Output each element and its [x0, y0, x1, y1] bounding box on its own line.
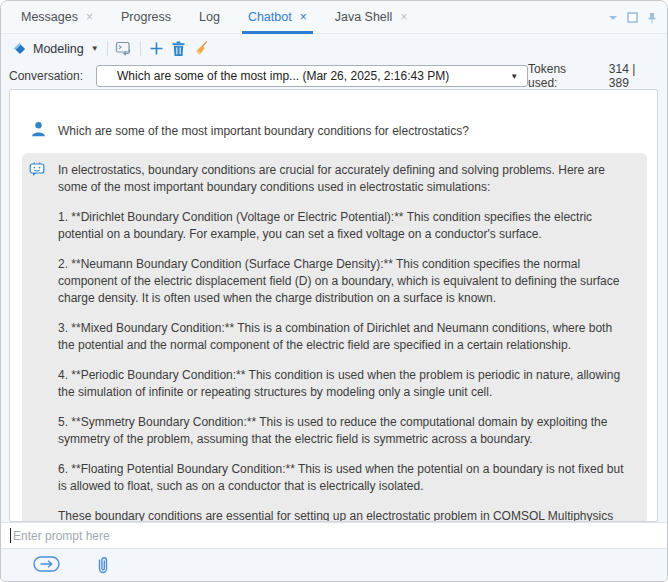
assistant-paragraph: 3. **Mixed Boundary Condition:** This is… [58, 320, 632, 354]
toolbar-separator [140, 41, 141, 56]
user-avatar-icon [31, 121, 46, 137]
tab-label: Messages [21, 10, 78, 24]
conversation-bar: Conversation: Which are some of the most… [1, 63, 667, 89]
conversation-label: Conversation: [9, 69, 83, 83]
pin-icon[interactable] [647, 12, 657, 24]
tab-java-shell[interactable]: Java Shell × [335, 1, 408, 34]
close-icon[interactable]: × [300, 11, 307, 23]
chatbot-panel-window: Messages × Progress Log Chatbot × Java S… [0, 0, 668, 582]
chatbot-toolbar: Modeling ▼ [1, 35, 667, 62]
tab-label: Log [199, 10, 220, 24]
tab-label: Progress [121, 10, 171, 24]
tab-label: Java Shell [335, 10, 393, 24]
send-to-java-shell-button[interactable] [113, 38, 135, 60]
tokens-label: Tokens used: [528, 62, 598, 90]
clear-conversation-broom-button[interactable] [190, 38, 212, 60]
toolbar-separator [107, 41, 108, 56]
prompt-row [1, 522, 667, 549]
chevron-down-icon: ▼ [510, 72, 518, 81]
modeling-menu-button[interactable]: Modeling ▼ [9, 39, 102, 59]
conversation-select[interactable]: Which are some of the most imp... (Mar 2… [96, 65, 528, 87]
tokens-used: Tokens used: 314 | 389 [528, 62, 658, 90]
tab-label: Chatbot [248, 10, 292, 24]
tab-progress[interactable]: Progress [121, 1, 171, 34]
assistant-paragraph: 5. **Symmetry Boundary Condition:** This… [58, 414, 632, 448]
assistant-paragraph: 2. **Neumann Boundary Condition (Surface… [58, 256, 632, 307]
prompt-actions [1, 549, 667, 581]
conversation-selected-value: Which are some of the most imp... (Mar 2… [117, 69, 449, 83]
tab-chatbot[interactable]: Chatbot × [248, 1, 307, 34]
assistant-paragraph: In electrostatics, boundary conditions a… [58, 162, 632, 196]
window-controls [608, 1, 657, 34]
tab-log[interactable]: Log [199, 1, 220, 34]
assistant-paragraph: 1. **Dirichlet Boundary Condition (Volta… [58, 209, 632, 243]
chat-transcript[interactable]: Which are some of the most important bou… [9, 89, 658, 522]
tab-bar: Messages × Progress Log Chatbot × Java S… [1, 1, 667, 34]
user-message-text: Which are some of the most important bou… [58, 124, 469, 138]
tab-messages[interactable]: Messages × [21, 1, 93, 34]
delete-conversation-button[interactable] [168, 38, 190, 60]
assistant-message: In electrostatics, boundary conditions a… [22, 153, 647, 522]
close-icon[interactable]: × [400, 11, 407, 23]
assistant-paragraph: 4. **Periodic Boundary Condition:** This… [58, 367, 632, 401]
assistant-paragraph: These boundary conditions are essential … [58, 508, 632, 522]
send-prompt-button[interactable] [33, 555, 60, 573]
tokens-value: 314 | 389 [609, 62, 658, 90]
user-message: Which are some of the most important bou… [10, 123, 657, 139]
chatbot-avatar-icon [28, 160, 46, 178]
modeling-icon [12, 41, 28, 57]
chevron-down-icon[interactable] [608, 15, 618, 21]
close-icon[interactable]: × [86, 11, 93, 23]
modeling-label: Modeling [33, 42, 84, 56]
float-window-icon[interactable] [627, 12, 638, 23]
assistant-paragraph: 6. **Floating Potential Boundary Conditi… [58, 461, 632, 495]
chevron-down-icon: ▼ [91, 44, 99, 53]
new-conversation-button[interactable] [146, 38, 168, 60]
prompt-input[interactable] [1, 523, 667, 548]
attach-file-paperclip-button[interactable] [96, 555, 110, 576]
